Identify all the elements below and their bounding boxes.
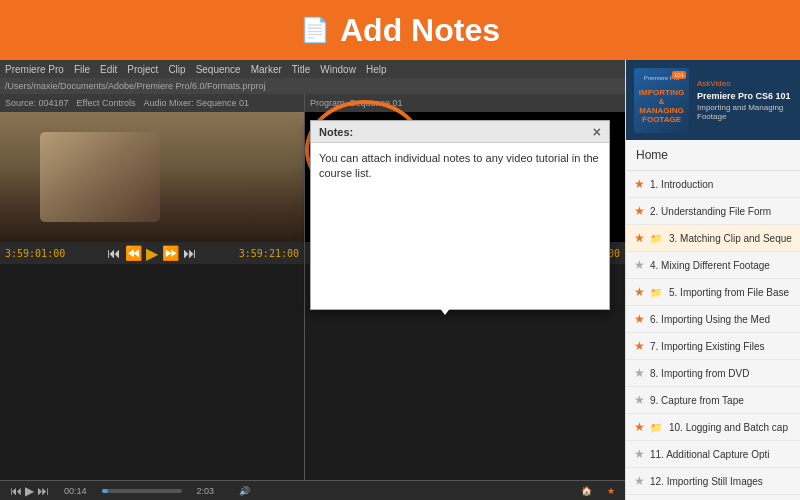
notes-title: Notes: bbox=[319, 126, 353, 138]
nav-item-13[interactable]: ★ 13. Importing Layered Phot bbox=[626, 495, 800, 500]
menu-clip[interactable]: Clip bbox=[168, 64, 185, 75]
notes-popup: Notes: × You can attach individual notes… bbox=[310, 120, 610, 310]
time-total: 2:03 bbox=[197, 486, 215, 496]
star-icon: ★ bbox=[634, 177, 645, 191]
menu-window[interactable]: Window bbox=[320, 64, 356, 75]
nav-list: Home ★ 1. Introduction ★ 2. Understandin… bbox=[626, 140, 800, 500]
play-icon[interactable]: ▶ bbox=[25, 484, 34, 498]
star-icon: ★ bbox=[634, 204, 645, 218]
app-name: Premiere Pro bbox=[5, 64, 64, 75]
source-play-btn[interactable]: ⏮ bbox=[107, 245, 121, 261]
program-label: Program: Sequence 01 bbox=[310, 98, 403, 108]
nav-item-text: 5. Importing from File Base bbox=[669, 287, 792, 298]
star-icon: ★ bbox=[634, 312, 645, 326]
nav-item-text: 12. Importing Still Images bbox=[650, 476, 792, 487]
nav-item-4[interactable]: ★ 4. Mixing Different Footage bbox=[626, 252, 800, 279]
skip-start-icon[interactable]: ⏮ bbox=[10, 484, 22, 498]
nav-item-10[interactable]: ★ 📁 10. Logging and Batch cap bbox=[626, 414, 800, 441]
menu-project[interactable]: Project bbox=[127, 64, 158, 75]
star-icon: ★ bbox=[634, 366, 645, 380]
source-play[interactable]: ▶ bbox=[146, 244, 158, 263]
nav-home[interactable]: Home bbox=[626, 140, 800, 171]
source-tab-fx[interactable]: Effect Controls bbox=[77, 98, 136, 108]
notes-body: You can attach individual notes to any v… bbox=[311, 143, 609, 190]
status-bar: ⏮ ▶ ⏭ 00:14 2:03 🔊 🏠 ★ bbox=[0, 480, 625, 500]
course-name: Premiere Pro CS6 101 bbox=[697, 91, 792, 102]
star-icon: ★ bbox=[634, 231, 645, 245]
star-icon: ★ bbox=[634, 420, 645, 434]
nav-item-11[interactable]: ★ 11. Additional Capture Opti bbox=[626, 441, 800, 468]
star-icon: ★ bbox=[634, 447, 645, 461]
nav-item-text: 2. Understanding File Form bbox=[650, 206, 792, 217]
nav-item-7[interactable]: ★ 7. Importing Existing Files bbox=[626, 333, 800, 360]
nav-item-text: 4. Mixing Different Footage bbox=[650, 260, 792, 271]
notes-header: Notes: × bbox=[311, 121, 609, 143]
path-bar: /Users/maxie/Documents/Adobe/Premiere Pr… bbox=[0, 78, 625, 94]
star-icon: ★ bbox=[634, 285, 645, 299]
folder-icon: 📁 bbox=[650, 422, 662, 433]
menu-marker[interactable]: Marker bbox=[251, 64, 282, 75]
nav-item-2[interactable]: ★ 2. Understanding File Form bbox=[626, 198, 800, 225]
star-icon: ★ bbox=[634, 393, 645, 407]
course-thumbnail: 101 Premiere Pro IMPORTING & MANAGING FO… bbox=[626, 60, 800, 140]
menu-help[interactable]: Help bbox=[366, 64, 387, 75]
time-elapsed: 00:14 bbox=[64, 486, 87, 496]
header-bar: 📄 Add Notes bbox=[0, 0, 800, 60]
sidebar: 101 Premiere Pro IMPORTING & MANAGING FO… bbox=[625, 60, 800, 500]
menu-title[interactable]: Title bbox=[292, 64, 311, 75]
home-icon[interactable]: 🏠 bbox=[581, 486, 592, 496]
menu-sequence[interactable]: Sequence bbox=[196, 64, 241, 75]
star-icon: ★ bbox=[634, 339, 645, 353]
notes-close-btn[interactable]: × bbox=[593, 124, 601, 140]
nav-item-8[interactable]: ★ 8. Importing from DVD bbox=[626, 360, 800, 387]
cover-title: IMPORTING & MANAGING FOOTAGE bbox=[638, 89, 685, 124]
nav-item-9[interactable]: ★ 9. Capture from Tape bbox=[626, 387, 800, 414]
volume-icon[interactable]: 🔊 bbox=[239, 486, 250, 496]
course-subtitle: Importing and Managing Footage bbox=[697, 103, 792, 121]
notes-text: You can attach individual notes to any v… bbox=[319, 151, 601, 182]
document-icon: 📄 bbox=[300, 16, 330, 44]
nav-item-text: 6. Importing Using the Med bbox=[650, 314, 792, 325]
folder-icon: 📁 bbox=[650, 287, 662, 298]
nav-item-text: 8. Importing from DVD bbox=[650, 368, 792, 379]
source-end[interactable]: ⏭ bbox=[183, 245, 197, 261]
menu-bar[interactable]: Premiere Pro File Edit Project Clip Sequ… bbox=[0, 60, 625, 78]
program-panel-header: Program: Sequence 01 bbox=[305, 94, 625, 112]
nav-item-1[interactable]: ★ 1. Introduction bbox=[626, 171, 800, 198]
video-figure bbox=[40, 132, 160, 222]
nav-item-3[interactable]: ★ 📁 3. Matching Clip and Seque bbox=[626, 225, 800, 252]
source-timecode-left: 3:59:01:00 bbox=[5, 248, 65, 259]
video-frame bbox=[0, 112, 304, 242]
source-tab-audio[interactable]: Audio Mixer: Sequence 01 bbox=[143, 98, 249, 108]
menu-file[interactable]: File bbox=[74, 64, 90, 75]
star-icon: ★ bbox=[634, 474, 645, 488]
file-path: /Users/maxie/Documents/Adobe/Premiere Pr… bbox=[5, 81, 266, 91]
skip-end-icon[interactable]: ⏭ bbox=[37, 484, 49, 498]
nav-item-6[interactable]: ★ 6. Importing Using the Med bbox=[626, 306, 800, 333]
source-step-fwd[interactable]: ⏩ bbox=[162, 245, 179, 261]
nav-item-text: 7. Importing Existing Files bbox=[650, 341, 792, 352]
bubble-pointer bbox=[430, 295, 460, 315]
brand-label: AskVideo bbox=[697, 79, 792, 88]
menu-edit[interactable]: Edit bbox=[100, 64, 117, 75]
nav-item-text: 9. Capture from Tape bbox=[650, 395, 792, 406]
nav-item-5[interactable]: ★ 📁 5. Importing from File Base bbox=[626, 279, 800, 306]
folder-icon: 📁 bbox=[650, 233, 662, 244]
source-step-back[interactable]: ⏪ bbox=[125, 245, 142, 261]
nav-item-text: 11. Additional Capture Opti bbox=[650, 449, 792, 460]
source-panel-header: Source: 004187 Effect Controls Audio Mix… bbox=[0, 94, 304, 112]
book-info: AskVideo Premiere Pro CS6 101 Importing … bbox=[697, 79, 792, 122]
nav-item-text: 1. Introduction bbox=[650, 179, 792, 190]
course-badge: 101 bbox=[672, 71, 686, 79]
nav-item-text: 3. Matching Clip and Seque bbox=[669, 233, 792, 244]
source-label: Source: 004187 bbox=[5, 98, 69, 108]
source-controls: 3:59:01:00 ⏮ ⏪ ▶ ⏩ ⏭ 3:59:21:00 bbox=[0, 242, 304, 264]
source-monitor: Source: 004187 Effect Controls Audio Mix… bbox=[0, 94, 305, 480]
nav-item-12[interactable]: ★ 12. Importing Still Images bbox=[626, 468, 800, 495]
progress-fill bbox=[102, 489, 108, 493]
page-title: Add Notes bbox=[340, 12, 500, 49]
transport-controls: ⏮ ▶ ⏭ bbox=[10, 484, 49, 498]
bookmark-icon[interactable]: ★ bbox=[607, 486, 615, 496]
book-cover: 101 Premiere Pro IMPORTING & MANAGING FO… bbox=[634, 68, 689, 133]
progress-bar[interactable] bbox=[102, 489, 182, 493]
